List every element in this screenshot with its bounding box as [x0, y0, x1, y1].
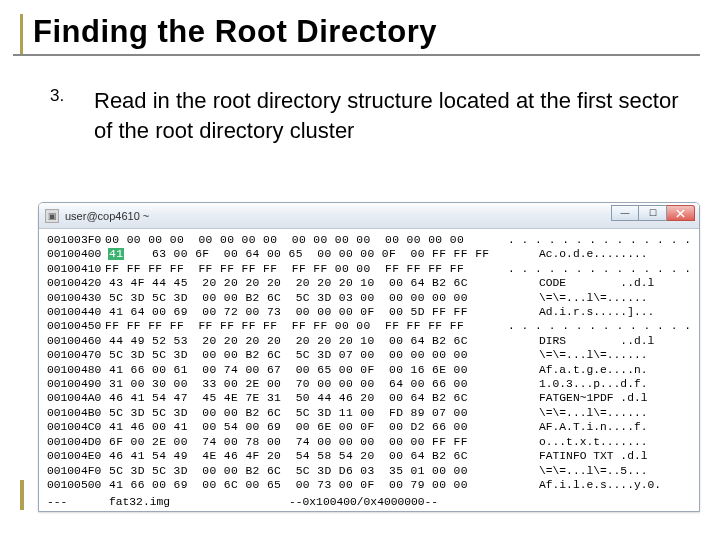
hex-ascii: AF.A.T.i.n....f.	[539, 420, 691, 434]
hex-ascii: o...t.x.t.......	[539, 435, 691, 449]
hex-address: 00100400	[47, 247, 109, 261]
hex-address: 00100460	[47, 334, 109, 348]
hex-row: 001004705C 3D 5C 3D 00 00 B2 6C 5C 3D 07…	[47, 348, 691, 362]
hex-row: 0010049031 00 30 00 33 00 2E 00 70 00 00…	[47, 377, 691, 391]
hex-address: 00100490	[47, 377, 109, 391]
hex-bytes: FF FF FF FF FF FF FF FF FF FF 00 00 FF F…	[105, 319, 508, 333]
hex-ascii: . . . . . . . . . . . . . .	[508, 262, 691, 276]
hex-address: 001004C0	[47, 420, 109, 434]
hex-bytes: 41 63 00 6F 00 64 00 65 00 00 00 0F 00 F…	[109, 247, 539, 261]
hex-row: 001004305C 3D 5C 3D 00 00 B2 6C 5C 3D 03…	[47, 291, 691, 305]
hex-address: 001004F0	[47, 464, 109, 478]
hex-ascii: \=\=...l\=..5...	[539, 464, 691, 478]
hex-bytes: 43 4F 44 45 20 20 20 20 20 20 20 10 00 6…	[109, 276, 539, 290]
hex-row: 001004E046 41 54 49 4E 46 4F 20 54 58 54…	[47, 449, 691, 463]
minimize-button[interactable]: —	[611, 205, 639, 221]
hex-address: 00100430	[47, 291, 109, 305]
body-content: 3. Read in the root directory structure …	[20, 86, 700, 145]
hex-ascii: FATINFO TXT .d.l	[539, 449, 691, 463]
status-file: fat32.img	[109, 496, 289, 511]
hex-address: 001004A0	[47, 391, 109, 405]
hex-bytes: 44 49 52 53 20 20 20 20 20 20 20 10 00 6…	[109, 334, 539, 348]
hex-row: 001003F000 00 00 00 00 00 00 00 00 00 00…	[47, 233, 691, 247]
title-underline	[13, 54, 700, 56]
hex-bytes: 41 66 00 61 00 74 00 67 00 65 00 0F 00 1…	[109, 363, 539, 377]
hex-ascii: . . . . . . . . . . . . . .	[508, 319, 691, 333]
hex-ascii: FATGEN~1PDF .d.l	[539, 391, 691, 405]
hex-bytes: 31 00 30 00 33 00 2E 00 70 00 00 00 64 0…	[109, 377, 539, 391]
hex-row: 0010040041 63 00 6F 00 64 00 65 00 00 00…	[47, 247, 691, 261]
status-position: --0x100400/0x4000000--	[289, 496, 438, 511]
hex-address: 001004E0	[47, 449, 109, 463]
hex-row: 001004C041 46 00 41 00 54 00 69 00 6E 00…	[47, 420, 691, 434]
slide-accent	[20, 480, 24, 510]
hex-address: 001004B0	[47, 406, 109, 420]
hex-bytes: 41 46 00 41 00 54 00 69 00 6E 00 0F 00 D…	[109, 420, 539, 434]
hex-bytes: 5C 3D 5C 3D 00 00 B2 6C 5C 3D 11 00 FD 8…	[109, 406, 539, 420]
hex-dump: 001003F000 00 00 00 00 00 00 00 00 00 00…	[39, 229, 699, 494]
hex-address: 00100480	[47, 363, 109, 377]
hex-address: 00100450	[47, 319, 105, 333]
terminal-window: ▣ user@cop4610 ~ — ☐ 001003F000 00 00 00…	[38, 202, 700, 512]
hex-bytes: 46 41 54 49 4E 46 4F 20 54 58 54 20 00 6…	[109, 449, 539, 463]
hex-row: 001004B05C 3D 5C 3D 00 00 B2 6C 5C 3D 11…	[47, 406, 691, 420]
highlighted-byte: 41	[108, 248, 124, 260]
hex-ascii: DIRS ..d.l	[539, 334, 691, 348]
hex-ascii: Ad.i.r.s.....]...	[539, 305, 691, 319]
body-text: Read in the root directory structure loc…	[94, 86, 690, 145]
hex-ascii: \=\=...l\=......	[539, 406, 691, 420]
hex-row: 0010048041 66 00 61 00 74 00 67 00 65 00…	[47, 363, 691, 377]
window-icon: ▣	[45, 209, 59, 223]
hex-row: 0010046044 49 52 53 20 20 20 20 20 20 20…	[47, 334, 691, 348]
status-dashes: ---	[47, 496, 109, 511]
hex-row: 00100410FF FF FF FF FF FF FF FF FF FF 00…	[47, 262, 691, 276]
hex-address: 001004D0	[47, 435, 109, 449]
hex-row: 0010050041 66 00 69 00 6C 00 65 00 73 00…	[47, 478, 691, 492]
hex-row: 0010044041 64 00 69 00 72 00 73 00 00 00…	[47, 305, 691, 319]
title-block: Finding the Root Directory	[20, 14, 700, 56]
hex-row: 001004F05C 3D 5C 3D 00 00 B2 6C 5C 3D D6…	[47, 464, 691, 478]
hex-bytes: 5C 3D 5C 3D 00 00 B2 6C 5C 3D 03 00 00 0…	[109, 291, 539, 305]
hex-bytes: 41 66 00 69 00 6C 00 65 00 73 00 0F 00 7…	[109, 478, 539, 492]
hex-address: 00100440	[47, 305, 109, 319]
hex-address: 001003F0	[47, 233, 105, 247]
maximize-button[interactable]: ☐	[639, 205, 667, 221]
hex-row: 0010042043 4F 44 45 20 20 20 20 20 20 20…	[47, 276, 691, 290]
hex-bytes: 46 41 54 47 45 4E 7E 31 50 44 46 20 00 6…	[109, 391, 539, 405]
hex-bytes: 5C 3D 5C 3D 00 00 B2 6C 5C 3D 07 00 00 0…	[109, 348, 539, 362]
hex-address: 00100500	[47, 478, 109, 492]
hex-ascii: \=\=...l\=......	[539, 348, 691, 362]
hex-address: 00100420	[47, 276, 109, 290]
hex-row: 00100450FF FF FF FF FF FF FF FF FF FF 00…	[47, 319, 691, 333]
hex-row: 001004D06F 00 2E 00 74 00 78 00 74 00 00…	[47, 435, 691, 449]
slide-title: Finding the Root Directory	[33, 14, 700, 50]
list-number: 3.	[50, 86, 72, 145]
window-controls: — ☐	[611, 205, 695, 221]
window-title: user@cop4610 ~	[65, 210, 149, 222]
hex-bytes: 41 64 00 69 00 72 00 73 00 00 00 0F 00 5…	[109, 305, 539, 319]
hex-ascii: Af.a.t.g.e....n.	[539, 363, 691, 377]
hex-ascii: 1.0.3...p...d.f.	[539, 377, 691, 391]
hex-address: 00100470	[47, 348, 109, 362]
close-button[interactable]	[667, 205, 695, 221]
hex-bytes: 6F 00 2E 00 74 00 78 00 74 00 00 00 00 0…	[109, 435, 539, 449]
hex-bytes: FF FF FF FF FF FF FF FF FF FF 00 00 FF F…	[105, 262, 508, 276]
hex-ascii: \=\=...l\=......	[539, 291, 691, 305]
hex-ascii: Ac.o.d.e........	[539, 247, 691, 261]
hex-row: 001004A046 41 54 47 45 4E 7E 31 50 44 46…	[47, 391, 691, 405]
status-bar: --- fat32.img --0x100400/0x4000000--	[39, 496, 699, 511]
hex-ascii: Af.i.l.e.s....y.0.	[539, 478, 691, 492]
hex-bytes: 00 00 00 00 00 00 00 00 00 00 00 00 00 0…	[105, 233, 508, 247]
hex-ascii: . . . . . . . . . . . . . .	[508, 233, 691, 247]
hex-ascii: CODE ..d.l	[539, 276, 691, 290]
window-titlebar[interactable]: ▣ user@cop4610 ~ — ☐	[39, 203, 699, 229]
hex-bytes: 5C 3D 5C 3D 00 00 B2 6C 5C 3D D6 03 35 0…	[109, 464, 539, 478]
hex-address: 00100410	[47, 262, 105, 276]
